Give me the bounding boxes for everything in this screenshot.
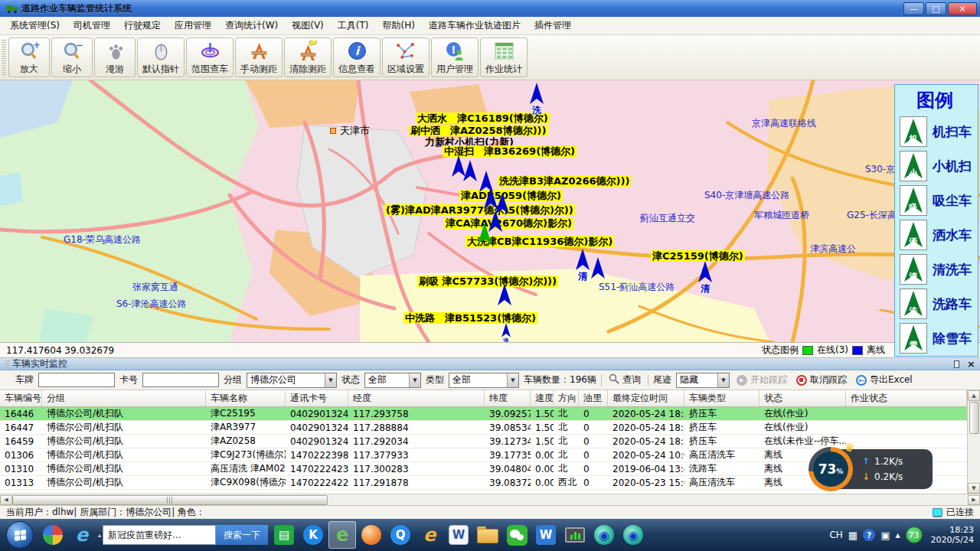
vehicle-marker[interactable] <box>496 284 513 307</box>
wechat-icon[interactable] <box>503 521 531 549</box>
map-canvas[interactable]: 天津市 京津高速联络线S30-京S40-京津塘高速公路军粮城匝道桥G25-长深高… <box>0 80 980 342</box>
table-vertical-scrollbar[interactable]: ▲ ▼ <box>967 390 980 494</box>
language-indicator[interactable]: CH <box>829 530 842 540</box>
green-doc-app-icon[interactable]: ▤ <box>270 521 298 549</box>
plate-input[interactable] <box>38 373 115 387</box>
toolbar-zoom-out-button[interactable]: −缩小 <box>51 37 93 77</box>
panel-close-icon[interactable]: × <box>967 360 975 368</box>
scroll-left-icon[interactable]: ◀ <box>0 495 12 505</box>
scroll-up-icon[interactable]: ▲ <box>968 390 980 401</box>
minimize-button[interactable]: — <box>903 2 924 15</box>
menu-item-7[interactable]: 工具(T) <box>331 17 376 34</box>
type-select[interactable]: 全部▼ <box>449 373 519 388</box>
column-header[interactable]: 状态 <box>760 390 846 406</box>
toolbar-measure-button[interactable]: 手动测距 <box>235 37 283 77</box>
vehicle-label[interactable]: 洗洗津B3津AZ0266德尔))) <box>498 175 631 187</box>
menu-item-3[interactable]: 行驶规定 <box>117 17 168 34</box>
close-button[interactable]: × <box>948 2 977 15</box>
vehicle-marker[interactable]: 清 <box>574 249 591 281</box>
scroll-down-icon[interactable]: ▼ <box>968 483 980 494</box>
stacked-windows-icon[interactable]: ▣ <box>880 530 890 541</box>
menu-item-10[interactable]: 插件管理 <box>528 17 578 34</box>
vehicle-label[interactable]: 津CA津AV2670德尔)影尔) <box>444 217 573 229</box>
search-deskband[interactable]: ▴新冠疫苗重磅好...搜索一下 <box>98 521 268 549</box>
scroll-right-icon[interactable]: ▶ <box>968 495 980 505</box>
menu-item-6[interactable]: 视图(V) <box>285 17 331 34</box>
menu-item-1[interactable]: 系统管理(S) <box>3 17 67 34</box>
orange-browser-icon[interactable] <box>358 521 385 549</box>
kingsoft-icon[interactable]: K <box>299 521 327 549</box>
perf-monitor-icon[interactable] <box>561 521 589 549</box>
column-header[interactable]: 速度 <box>531 390 554 406</box>
vehicle-label[interactable]: 刷吸 津C57733(博德尔)尔))) <box>417 276 558 287</box>
menu-item-5[interactable]: 查询统计(W) <box>218 17 285 34</box>
start-track-button[interactable]: ▶ 开始跟踪 <box>734 372 789 388</box>
column-header[interactable]: 油里 <box>579 390 608 406</box>
column-header[interactable]: 车辆名称 <box>206 390 286 406</box>
column-header[interactable]: 分组 <box>42 390 206 406</box>
trail-select[interactable]: 隐藏▼ <box>676 373 730 388</box>
menu-item-4[interactable]: 应用管理 <box>168 17 218 34</box>
menu-item-9[interactable]: 道路车辆作业轨迹图片 <box>422 17 528 34</box>
wps-icon[interactable]: W <box>532 521 560 549</box>
toolbar-info-button[interactable]: i信息查看 <box>333 37 381 77</box>
toolbar-region-button[interactable]: 区域设置 <box>382 37 430 77</box>
memory-percent-ball[interactable]: 73% ♛ <box>808 447 853 491</box>
column-header[interactable]: 最终定位时间 <box>608 390 684 406</box>
maximize-button[interactable]: □ <box>926 2 946 15</box>
toolbar-users-button[interactable]: !用户管理 <box>431 37 479 77</box>
table-row[interactable]: 16447博德尔公司/机扫队津AR3977040290132417117.288… <box>0 421 967 435</box>
menu-item-2[interactable]: 司机管理 <box>67 17 117 34</box>
monitor-panel-header[interactable]: 车辆实时监控 × <box>0 358 980 370</box>
folder-icon[interactable] <box>474 521 501 549</box>
show-hidden-icons[interactable]: ▲ <box>895 532 900 539</box>
vehicle-marker[interactable] <box>476 223 493 246</box>
ie-icon[interactable]: e <box>68 521 96 549</box>
vehicle-marker[interactable]: 洗 <box>501 323 511 342</box>
vehicle-label[interactable]: 中洗路 津B51523(博德尔) <box>403 312 537 324</box>
network-speed-widget[interactable]: ↑1.2K/s ↓0.2K/s 73% ♛ <box>808 445 962 493</box>
column-header[interactable]: 方向 <box>554 390 579 406</box>
group-select[interactable]: 博德尔公司▼ <box>247 373 337 388</box>
vehicle-label[interactable]: 津ADB5059(博德尔) <box>459 190 563 201</box>
vehicle-label[interactable]: 津C25159(博德尔) <box>651 250 745 262</box>
column-header[interactable]: 通讯卡号 <box>286 390 348 406</box>
query-button[interactable]: 查询 <box>606 372 643 388</box>
browser-360-icon[interactable]: e <box>328 521 356 549</box>
pin-icon[interactable] <box>954 360 959 368</box>
export-excel-button[interactable]: ← 导出Excel <box>854 372 915 388</box>
hscroll-thumb[interactable] <box>12 495 328 505</box>
vehicle-marker[interactable] <box>590 257 606 280</box>
toolbar-pan-button[interactable]: 漫游 <box>94 37 136 77</box>
taskbar-clock[interactable]: 18:23 2020/5/24 <box>931 525 974 545</box>
menu-item-8[interactable]: 帮助(H) <box>376 17 422 34</box>
map-app-icon[interactable]: ◉ <box>590 521 618 549</box>
vehicle-marker[interactable]: 洗 <box>528 83 545 115</box>
toolbar-pointer-button[interactable]: 默认指针 <box>137 37 185 77</box>
table-row[interactable]: 16446博德尔公司/机扫队津C25195040290132416117.293… <box>0 407 967 421</box>
column-header[interactable]: 纬度 <box>485 390 531 406</box>
sogou-e-icon[interactable]: e <box>416 521 443 549</box>
search-box[interactable]: 新冠疫苗重磅好... <box>103 525 216 545</box>
column-header[interactable]: 经度 <box>348 390 485 406</box>
word-icon[interactable]: W <box>445 521 472 549</box>
toolbar-erase-button[interactable]: 清除测距 <box>284 37 332 77</box>
search-go-button[interactable]: 搜索一下 <box>216 525 268 545</box>
help-icon[interactable]: ? <box>863 529 875 541</box>
vehicle-marker[interactable]: 清 <box>697 261 714 293</box>
keyboard-icon[interactable]: ▦ <box>848 530 858 541</box>
toolbar-zoom-in-button[interactable]: +放大 <box>8 37 50 77</box>
status-select[interactable]: 全部▼ <box>364 373 421 388</box>
card-input[interactable] <box>142 373 219 387</box>
column-header[interactable]: 车辆类型 <box>684 390 760 406</box>
speed-ball-icon[interactable]: 73 <box>906 527 923 543</box>
pinwheel-app-icon[interactable] <box>39 521 67 549</box>
column-header[interactable]: 车辆编号 <box>0 390 42 406</box>
scroll-thumb[interactable] <box>969 402 979 434</box>
cancel-track-button[interactable]: 取消跟踪 <box>794 372 849 388</box>
vehicle-label[interactable]: 刷中洒 津AZ0258博德尔))) <box>409 125 548 136</box>
column-header[interactable]: 作业状态 <box>846 390 967 406</box>
table-horizontal-scrollbar[interactable]: ◀ ▶ <box>0 494 980 505</box>
toolbar-range-button[interactable]: 范围查车 <box>186 37 234 77</box>
vehicle-label[interactable]: (雾)津AD津AR3977德尔)5(博德尔)尔)) <box>384 204 575 216</box>
